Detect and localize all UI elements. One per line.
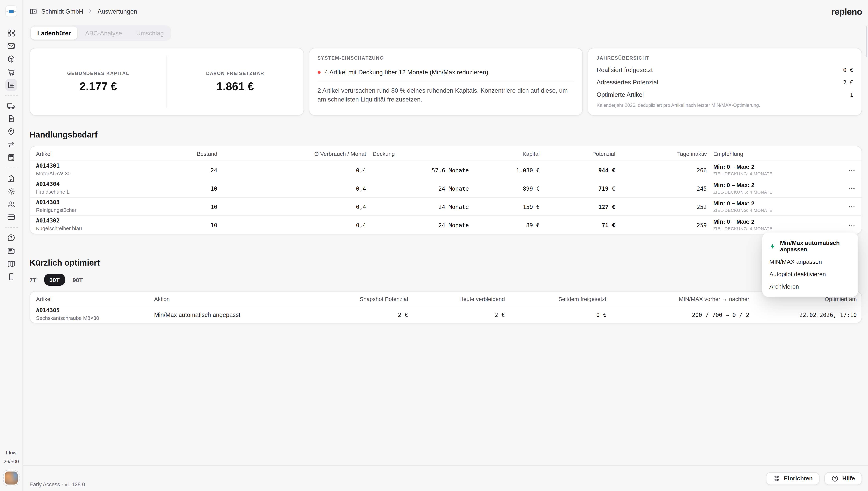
- seitdem-value: 0 €: [505, 311, 607, 318]
- article-id: A014305: [36, 307, 154, 314]
- tage-inaktiv-value: 252: [615, 203, 707, 210]
- menu-item-autopilot-deaktivieren[interactable]: Autopilot deaktivieren: [762, 268, 858, 280]
- metric-value: 1.861 €: [217, 80, 254, 93]
- snapshot-value: 2 €: [302, 311, 408, 318]
- tage-inaktiv-value: 245: [615, 185, 707, 192]
- range-7t[interactable]: 7T: [30, 277, 36, 283]
- row-menu-button[interactable]: [848, 161, 862, 179]
- col-bestand: Bestand: [178, 150, 217, 157]
- divider: [317, 81, 574, 82]
- hilfe-button[interactable]: Hilfe: [824, 472, 862, 485]
- col-potenzial: Potenzial: [540, 150, 615, 157]
- year-row-value: 2 €: [843, 79, 853, 85]
- sidebar-item-auswertungen[interactable]: [5, 79, 17, 91]
- table-row[interactable]: A014304Handschuhe L 10 0,4 24 Monate 899…: [30, 179, 862, 197]
- range-90t[interactable]: 90T: [73, 277, 83, 283]
- user-avatar[interactable]: [3, 470, 20, 486]
- main-content: Schmidt GmbH Auswertungen repleno Ladenh…: [23, 0, 868, 491]
- metric-label: DAVON FREISETZBAR: [206, 70, 264, 76]
- sidebar-item-map[interactable]: [5, 258, 17, 270]
- menu-item-archivieren[interactable]: Archivieren: [762, 280, 858, 293]
- year-row: Adressiertes Potenzial 2 €: [596, 79, 853, 86]
- article-name: Reinigungstücher: [36, 207, 178, 214]
- sidebar-item-transfers[interactable]: [5, 139, 17, 150]
- sidebar-item-articles[interactable]: [5, 53, 17, 65]
- row-context-menu: Min/Max automatisch anpassen MIN/MAX anp…: [762, 233, 858, 297]
- sidebar-item-orders[interactable]: [5, 66, 17, 78]
- table-row[interactable]: A014302Kugelschreiber blau 10 0,4 24 Mon…: [30, 215, 862, 234]
- menu-item-minmax-auto[interactable]: Min/Max automatisch anpassen: [762, 237, 858, 256]
- sidebar-item-support[interactable]: [5, 232, 17, 244]
- col-tage-inaktiv: Tage inaktiv: [615, 150, 707, 157]
- kapital-value: 159 €: [469, 203, 540, 210]
- capital-card: GEBUNDENES KAPITAL 2.177 € DAVON FREISET…: [30, 48, 304, 116]
- calculator-icon: [7, 153, 16, 162]
- sidebar-item-news[interactable]: [5, 245, 17, 257]
- bestand-value: 10: [178, 203, 217, 210]
- sidebar-item-dashboard[interactable]: [5, 27, 17, 39]
- article-name: MotorAl 5W-30: [36, 170, 178, 177]
- package-icon: [7, 55, 16, 63]
- handlungsbedarf-table: Artikel Bestand Ø Verbrauch / Monat Deck…: [30, 146, 862, 234]
- table-header-row: Artikel Aktion Snapshot Potenzial Heute …: [30, 291, 862, 306]
- article-id: A014301: [36, 163, 178, 170]
- panel-toggle-icon[interactable]: [30, 7, 37, 15]
- sidebar-item-users[interactable]: [5, 198, 17, 210]
- workspace-logo[interactable]: [5, 5, 17, 17]
- summary-cards: GEBUNDENES KAPITAL 2.177 € DAVON FREISET…: [30, 48, 862, 116]
- row-menu-button[interactable]: [848, 216, 862, 234]
- tab-bar: Ladenhüter ABC-Analyse Umschlag: [30, 25, 862, 41]
- map-pin-icon: [7, 127, 16, 136]
- sidebar-item-billing[interactable]: [5, 211, 17, 223]
- col-verbrauch: Ø Verbrauch / Monat: [217, 150, 366, 157]
- alert-dot-icon: [317, 70, 320, 74]
- card-label: JAHRESÜBERSICHT: [596, 55, 853, 61]
- row-menu-button[interactable]: [848, 179, 862, 197]
- range-toggle: 7T 30T 90T: [30, 274, 862, 286]
- optimiert-table: Artikel Aktion Snapshot Potenzial Heute …: [30, 291, 862, 323]
- assessment-note: 2 Artikel verursachen rund 80 % deines r…: [317, 86, 574, 104]
- range-30t[interactable]: 30T: [44, 274, 65, 286]
- sidebar-divider: [5, 227, 18, 228]
- sidebar-item-mobile[interactable]: [5, 271, 17, 283]
- row-menu-button[interactable]: [848, 198, 862, 215]
- assessment-alert: 4 Artikel mit Deckung über 12 Monate (Mi…: [325, 68, 490, 76]
- tab-ladenhueter[interactable]: Ladenhüter: [31, 27, 78, 39]
- kebab-horizontal-icon: [848, 221, 856, 229]
- sidebar-item-settings[interactable]: [5, 185, 17, 197]
- sidebar-item-inbox[interactable]: [5, 40, 17, 52]
- top-bar: Schmidt GmbH Auswertungen repleno: [30, 0, 862, 22]
- col-kapital: Kapital: [469, 150, 540, 157]
- article-name: Kugelschreiber blau: [36, 225, 178, 232]
- potenzial-value: 944 €: [540, 167, 615, 173]
- aktion-value: Min/Max automatisch angepasst: [154, 311, 302, 318]
- table-row[interactable]: A014301MotorAl 5W-30 24 0,4 57,6 Monate …: [30, 161, 862, 179]
- sidebar-item-locations[interactable]: [5, 126, 17, 138]
- col-artikel: Artikel: [30, 295, 154, 302]
- col-heute-verbleibend: Heute verbleibend: [408, 295, 505, 302]
- empfehlung-sub: ZIEL-DECKUNG: 4 MONATE: [713, 208, 833, 213]
- year-row-value: 1: [850, 91, 853, 98]
- breadcrumb-company[interactable]: Schmidt GmbH: [41, 8, 83, 15]
- einrichten-button[interactable]: Einrichten: [766, 472, 820, 485]
- sidebar-item-calculator[interactable]: [5, 152, 17, 164]
- table-row[interactable]: A014303Reinigungstücher 10 0,4 24 Monate…: [30, 197, 862, 215]
- cart-icon: [7, 68, 16, 76]
- scrollbar-thumb[interactable]: [866, 26, 867, 57]
- tab-umschlag[interactable]: Umschlag: [130, 27, 170, 39]
- tab-abc-analyse[interactable]: ABC-Analyse: [79, 27, 129, 39]
- swap-arrows-icon: [7, 140, 16, 149]
- deckung-value: 24 Monate: [366, 222, 469, 228]
- metric-value: 2.177 €: [80, 80, 117, 93]
- col-artikel: Artikel: [30, 150, 178, 157]
- bestand-value: 24: [178, 167, 217, 173]
- sidebar-item-suppliers[interactable]: [5, 100, 17, 112]
- deckung-value: 24 Monate: [366, 185, 469, 192]
- flow-counter: 26/500: [4, 457, 19, 466]
- menu-item-minmax-anpassen[interactable]: MIN/MAX anpassen: [762, 256, 858, 268]
- tage-inaktiv-value: 259: [615, 222, 707, 228]
- sidebar-item-company[interactable]: [5, 172, 17, 184]
- table-row[interactable]: A014305Sechskantschraube M8×30 Min/Max a…: [30, 306, 862, 323]
- empfehlung-sub: ZIEL-DECKUNG: 4 MONATE: [713, 226, 833, 232]
- sidebar-item-documents[interactable]: [5, 113, 17, 124]
